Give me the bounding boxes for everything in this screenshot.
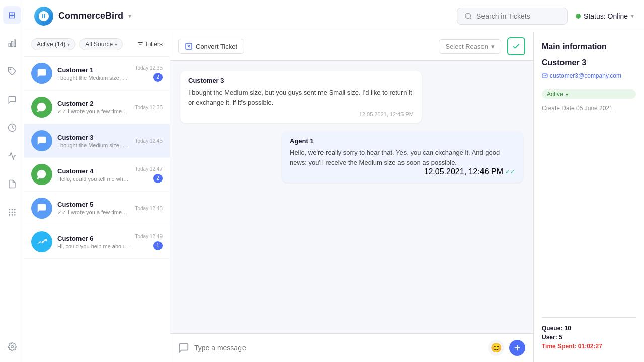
ticket-info: Customer 6 Hi, could you help me about s… [57, 235, 130, 249]
svg-point-5 [9, 209, 10, 210]
svg-point-11 [9, 214, 10, 216]
nav-icon-tag[interactable] [3, 62, 21, 80]
customer-email: customer3@company.com [542, 72, 636, 79]
message-text: Hello, we're really sorry to hear that. … [290, 148, 515, 167]
convert-ticket-button[interactable]: Convert Ticket [178, 39, 244, 54]
queue-value: 10 [565, 325, 571, 332]
sidebar-nav: ⊞ [0, 0, 24, 362]
source-filter-pill[interactable]: All Source ▾ [79, 38, 123, 50]
filters-button[interactable]: Filters [137, 41, 163, 48]
ticket-name: Customer 4 [57, 167, 130, 175]
ticket-item[interactable]: Customer 2 ✓✓ I wrote you a few times be… [24, 90, 170, 124]
create-date-label: Create Date [542, 105, 575, 112]
status-dot [576, 14, 581, 19]
avatar [31, 198, 52, 219]
search-input[interactable] [476, 12, 557, 20]
status-dropdown-arrow[interactable]: ▾ [631, 13, 634, 20]
ticket-info: Customer 3 I bought the Medium size, but… [57, 134, 130, 148]
plus-icon [513, 343, 522, 352]
active-filter-arrow: ▾ [67, 42, 70, 47]
chat-messages: Customer 3 I bought the Medium size, but… [170, 61, 533, 333]
select-reason-arrow: ▾ [491, 43, 495, 50]
svg-point-14 [11, 346, 13, 348]
filters-label: Filters [146, 41, 163, 48]
message-sender: Agent 1 [290, 137, 515, 145]
ticket-preview: I bought the Medium size, but you guys..… [57, 75, 130, 81]
ticket-time: Today 12:45 [135, 138, 163, 144]
ticket-preview: I bought the Medium size, but you... [57, 142, 130, 148]
svg-point-9 [11, 212, 13, 213]
chat-input-bar: 😊 [170, 333, 533, 362]
queue-stat: Queue: 10 [542, 325, 636, 332]
avatar [31, 130, 52, 151]
ticket-item[interactable]: Customer 1 I bought the Medium size, but… [24, 57, 170, 90]
app-dropdown-arrow[interactable]: ▾ [128, 13, 131, 20]
convert-icon [185, 42, 193, 50]
checkmark-icon [512, 42, 521, 51]
select-reason-dropdown[interactable]: Select Reason ▾ [439, 39, 501, 54]
status-badge-text: Active [547, 90, 564, 98]
ticket-info: Customer 1 I bought the Medium size, but… [57, 66, 130, 81]
nav-icon-history[interactable] [3, 119, 21, 137]
info-panel: Main information Customer 3 customer3@co… [533, 32, 644, 362]
svg-rect-1 [11, 41, 13, 47]
active-filter-label: Active (14) [37, 41, 65, 48]
ticket-item[interactable]: Customer 6 Hi, could you help me about s… [24, 225, 170, 259]
ticket-item[interactable]: Customer 4 Hello, could you tell me wher… [24, 158, 170, 192]
active-filter-pill[interactable]: Active (14) ▾ [31, 38, 75, 50]
nav-icon-analytics[interactable] [3, 147, 21, 165]
message-time: 12.05.2021, 12:45 PM [188, 111, 414, 117]
ticket-badge: 1 [153, 241, 163, 250]
ticket-preview: Hi, could you help me about something? [57, 243, 130, 249]
chat-panel: Convert Ticket Select Reason ▾ Customer … [170, 32, 533, 362]
logo-area: CommerceBird ▾ [34, 7, 449, 26]
create-date-value: 05 June 2021 [576, 105, 613, 112]
top-header: CommerceBird ▾ Status: Online ▾ [24, 0, 644, 32]
user-label: User: [542, 334, 557, 341]
svg-point-6 [11, 209, 13, 210]
ticket-name: Customer 2 [57, 100, 130, 107]
ticket-info: Customer 4 Hello, could you tell me wher… [57, 167, 130, 182]
search-bar[interactable] [457, 8, 568, 25]
nav-icon-grid[interactable]: ⊞ [3, 6, 21, 24]
nav-icon-chart[interactable] [3, 34, 21, 52]
nav-icon-document[interactable] [3, 175, 21, 193]
app-name: CommerceBird [58, 11, 123, 21]
tickets-panel: Active (14) ▾ All Source ▾ Filters [24, 32, 170, 362]
ticket-meta: Today 12:49 1 [135, 234, 163, 250]
nav-icon-message[interactable] [3, 90, 21, 109]
ticket-time: Today 12:48 [135, 206, 163, 211]
customer-name: Customer 3 [542, 58, 636, 67]
source-filter-arrow: ▾ [115, 42, 117, 47]
time-spent-label: Time Spent: [542, 343, 576, 350]
status-badge: Active ▾ [542, 89, 636, 99]
emoji-button[interactable]: 😊 [488, 340, 504, 356]
svg-rect-0 [9, 43, 10, 47]
convert-ticket-label: Convert Ticket [196, 43, 237, 50]
nav-icon-dots[interactable] [3, 203, 21, 221]
ticket-item[interactable]: Customer 5 ✓✓ I wrote you a few times be… [24, 192, 170, 225]
ticket-item[interactable]: Customer 3 I bought the Medium size, but… [24, 124, 170, 158]
message-bubble-agent: Agent 1 Hello, we're really sorry to hea… [282, 131, 523, 183]
ticket-name: Customer 6 [57, 235, 130, 242]
ticket-info: Customer 5 ✓✓ I wrote you a few times be… [57, 201, 130, 216]
ticket-meta: Today 12:36 [135, 105, 163, 110]
ticket-badge: 2 [153, 73, 163, 82]
agent-message-time: 12.05.2021, 12:46 PM [424, 167, 503, 176]
svg-point-13 [14, 214, 15, 216]
ticket-meta: Today 12:35 2 [135, 65, 163, 82]
search-icon [464, 12, 472, 20]
chat-input[interactable] [194, 344, 483, 352]
avatar [31, 231, 52, 252]
confirm-button[interactable] [507, 37, 525, 55]
filters-icon [137, 41, 144, 48]
svg-rect-2 [14, 40, 15, 47]
message-text: I bought the Medium size, but you guys s… [188, 87, 414, 107]
ticket-name: Customer 1 [57, 66, 130, 74]
source-filter-label: All Source [85, 41, 113, 48]
ticket-preview: Hello, could you tell me where my... [57, 176, 130, 182]
add-button[interactable] [509, 340, 525, 356]
ticket-meta: Today 12:45 [135, 138, 163, 144]
svg-point-15 [465, 13, 471, 19]
nav-icon-settings[interactable] [3, 338, 21, 356]
